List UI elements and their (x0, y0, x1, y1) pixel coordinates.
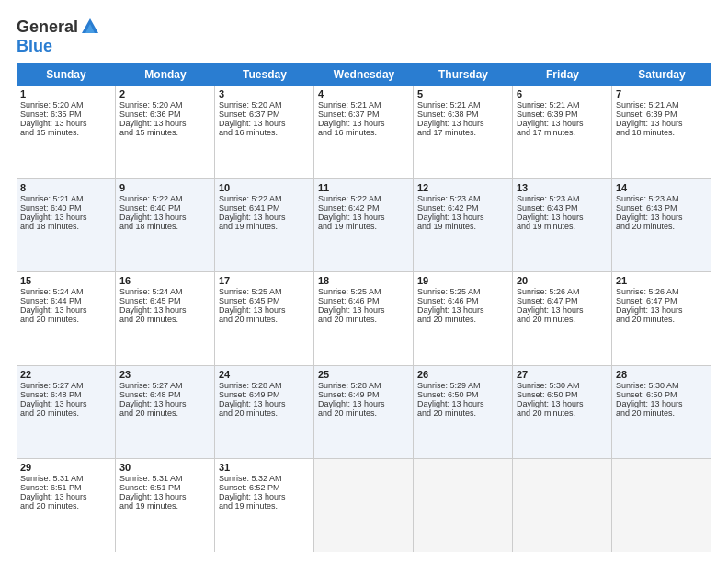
daylight-detail: and 19 minutes. (119, 501, 178, 511)
logo-icon (80, 17, 100, 37)
logo-blue-text: Blue (17, 37, 52, 56)
sunset: Sunset: 6:40 PM (119, 203, 181, 213)
sunrise: Sunrise: 5:30 AM (616, 381, 679, 390)
daylight-label: Daylight: 13 hours (318, 399, 385, 408)
daylight-detail: and 20 minutes. (119, 408, 178, 418)
sunrise: Sunrise: 5:22 AM (219, 194, 282, 203)
sunrise: Sunrise: 5:28 AM (318, 381, 381, 390)
calendar-cell: 14Sunrise: 5:23 AMSunset: 6:43 PMDayligh… (612, 179, 711, 272)
sunset: Sunset: 6:38 PM (417, 109, 479, 119)
calendar-cell: 25Sunrise: 5:28 AMSunset: 6:49 PMDayligh… (314, 366, 414, 459)
daylight-label: Daylight: 13 hours (119, 399, 187, 408)
day-of-week-header: Saturday (612, 63, 711, 86)
daylight-detail: and 20 minutes. (119, 315, 178, 324)
calendar-cell: 30Sunrise: 5:31 AMSunset: 6:51 PMDayligh… (116, 459, 215, 552)
day-of-week-header: Friday (513, 63, 612, 86)
day-number: 21 (616, 275, 708, 286)
day-number: 5 (417, 88, 508, 99)
calendar-cell: 17Sunrise: 5:25 AMSunset: 6:45 PMDayligh… (215, 272, 314, 365)
day-number: 16 (119, 275, 210, 286)
day-number: 26 (417, 369, 508, 380)
calendar-cell (513, 459, 612, 552)
daylight-detail: and 20 minutes. (20, 501, 79, 511)
sunset: Sunset: 6:37 PM (219, 109, 280, 119)
sunset: Sunset: 6:50 PM (616, 390, 677, 399)
daylight-detail: and 20 minutes. (318, 408, 377, 418)
daylight-label: Daylight: 13 hours (517, 119, 584, 128)
calendar-cell: 31Sunrise: 5:32 AMSunset: 6:52 PMDayligh… (215, 459, 314, 552)
sunset: Sunset: 6:39 PM (616, 109, 677, 119)
calendar-cell (612, 459, 711, 552)
day-number: 19 (417, 275, 508, 286)
sunset: Sunset: 6:50 PM (417, 390, 479, 399)
calendar-body: 1Sunrise: 5:20 AMSunset: 6:35 PMDaylight… (17, 86, 711, 552)
sunrise: Sunrise: 5:31 AM (119, 474, 183, 483)
day-number: 9 (119, 182, 210, 193)
sunrise: Sunrise: 5:26 AM (616, 287, 679, 296)
daylight-label: Daylight: 13 hours (517, 213, 584, 222)
calendar-row: 1Sunrise: 5:20 AMSunset: 6:35 PMDaylight… (17, 86, 711, 179)
sunset: Sunset: 6:35 PM (20, 109, 82, 119)
daylight-label: Daylight: 13 hours (417, 119, 484, 128)
day-of-week-header: Thursday (414, 63, 513, 86)
calendar-header: SundayMondayTuesdayWednesdayThursdayFrid… (17, 63, 711, 86)
sunset: Sunset: 6:52 PM (219, 483, 280, 492)
sunrise: Sunrise: 5:21 AM (517, 100, 580, 109)
calendar-cell (314, 459, 414, 552)
sunrise: Sunrise: 5:20 AM (219, 100, 282, 109)
sunset: Sunset: 6:40 PM (20, 203, 82, 213)
sunrise: Sunrise: 5:20 AM (20, 100, 84, 109)
daylight-label: Daylight: 13 hours (119, 119, 187, 128)
calendar-cell (414, 459, 513, 552)
sunrise: Sunrise: 5:31 AM (20, 474, 84, 483)
day-number: 12 (417, 182, 508, 193)
daylight-detail: and 20 minutes. (417, 315, 476, 324)
day-number: 4 (318, 88, 409, 99)
daylight-detail: and 16 minutes. (219, 128, 278, 137)
sunrise: Sunrise: 5:25 AM (318, 287, 381, 296)
calendar-cell: 1Sunrise: 5:20 AMSunset: 6:35 PMDaylight… (17, 86, 116, 178)
daylight-label: Daylight: 13 hours (119, 492, 187, 501)
day-number: 31 (219, 462, 310, 473)
daylight-detail: and 19 minutes. (517, 222, 575, 231)
daylight-detail: and 20 minutes. (20, 315, 79, 324)
daylight-detail: and 20 minutes. (517, 315, 575, 324)
calendar-cell: 24Sunrise: 5:28 AMSunset: 6:49 PMDayligh… (215, 366, 314, 459)
daylight-detail: and 20 minutes. (616, 408, 675, 418)
day-number: 25 (318, 369, 409, 380)
calendar-cell: 13Sunrise: 5:23 AMSunset: 6:43 PMDayligh… (513, 179, 612, 272)
sunrise: Sunrise: 5:32 AM (219, 474, 282, 483)
daylight-detail: and 18 minutes. (616, 128, 675, 137)
daylight-label: Daylight: 13 hours (318, 213, 385, 222)
daylight-label: Daylight: 13 hours (219, 399, 286, 408)
sunrise: Sunrise: 5:26 AM (517, 287, 580, 296)
sunset: Sunset: 6:36 PM (119, 109, 181, 119)
calendar-row: 22Sunrise: 5:27 AMSunset: 6:48 PMDayligh… (17, 366, 711, 460)
day-number: 13 (517, 182, 608, 193)
calendar-cell: 8Sunrise: 5:21 AMSunset: 6:40 PMDaylight… (17, 179, 116, 272)
daylight-detail: and 20 minutes. (219, 315, 278, 324)
day-number: 17 (219, 275, 310, 286)
sunrise: Sunrise: 5:20 AM (119, 100, 183, 109)
sunset: Sunset: 6:51 PM (119, 483, 181, 492)
sunrise: Sunrise: 5:23 AM (417, 194, 481, 203)
header: General Blue (17, 17, 711, 56)
daylight-label: Daylight: 13 hours (20, 213, 87, 222)
daylight-label: Daylight: 13 hours (318, 119, 385, 128)
daylight-detail: and 15 minutes. (119, 128, 178, 137)
calendar-cell: 10Sunrise: 5:22 AMSunset: 6:41 PMDayligh… (215, 179, 314, 272)
calendar-cell: 3Sunrise: 5:20 AMSunset: 6:37 PMDaylight… (215, 86, 314, 178)
sunrise: Sunrise: 5:29 AM (417, 381, 481, 390)
day-of-week-header: Sunday (17, 63, 116, 86)
sunset: Sunset: 6:45 PM (219, 296, 280, 305)
daylight-detail: and 19 minutes. (219, 222, 278, 231)
daylight-label: Daylight: 13 hours (318, 305, 385, 315)
daylight-label: Daylight: 13 hours (517, 305, 584, 315)
sunset: Sunset: 6:42 PM (417, 203, 479, 213)
calendar-cell: 26Sunrise: 5:29 AMSunset: 6:50 PMDayligh… (414, 366, 513, 459)
sunrise: Sunrise: 5:23 AM (517, 194, 580, 203)
daylight-label: Daylight: 13 hours (219, 213, 286, 222)
calendar-cell: 27Sunrise: 5:30 AMSunset: 6:50 PMDayligh… (513, 366, 612, 459)
sunset: Sunset: 6:47 PM (517, 296, 578, 305)
calendar-cell: 9Sunrise: 5:22 AMSunset: 6:40 PMDaylight… (116, 179, 215, 272)
